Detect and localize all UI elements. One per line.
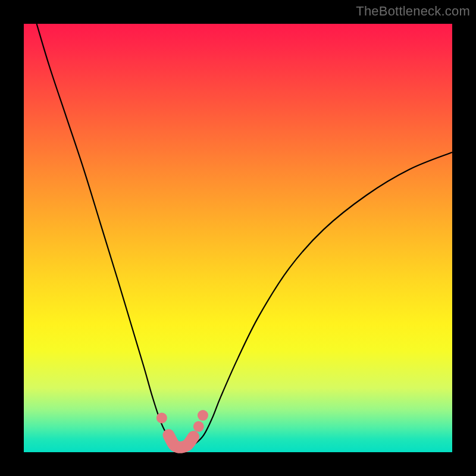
marker-point bbox=[156, 412, 167, 423]
marker-point bbox=[188, 431, 199, 442]
chart-wrapper: TheBottleneck.com bbox=[0, 0, 476, 476]
plot-area bbox=[24, 24, 452, 452]
marker-point bbox=[163, 430, 174, 440]
watermark-text: TheBottleneck.com bbox=[356, 4, 470, 19]
curve-layer bbox=[24, 24, 452, 452]
marker-point bbox=[198, 410, 208, 421]
marker-point bbox=[193, 421, 204, 432]
bottleneck-curve bbox=[37, 24, 452, 449]
